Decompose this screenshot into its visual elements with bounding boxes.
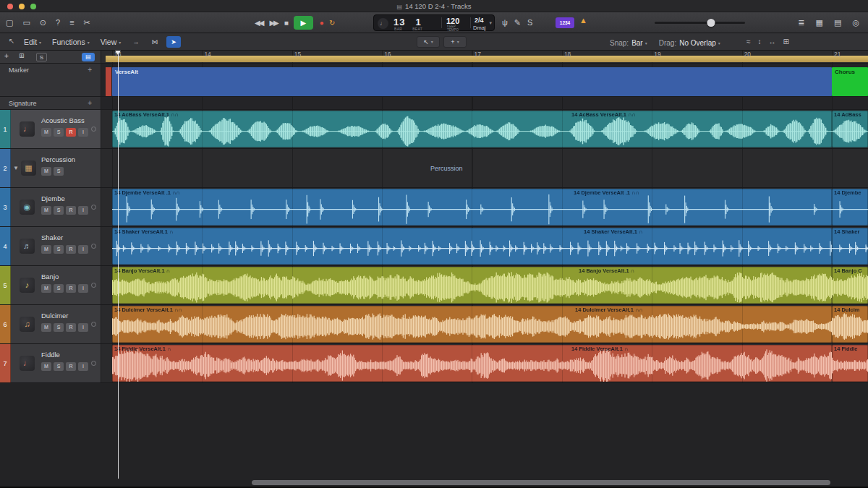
- audio-region[interactable]: 14 Shaker VerseAlt.1 ∩14 Shaker VerseAlt…: [112, 228, 832, 265]
- signature-track-header[interactable]: Signature +: [0, 97, 101, 110]
- record-button[interactable]: ●: [320, 19, 323, 27]
- nudge-icon[interactable]: →: [129, 36, 143, 48]
- inspector-icon[interactable]: ⊙: [40, 18, 46, 27]
- audio-region[interactable]: 14 Fiddle: [832, 345, 868, 382]
- add-signature-button[interactable]: +: [88, 99, 92, 107]
- marker-region[interactable]: VerseAlt: [112, 67, 832, 96]
- quick-help-icon[interactable]: ?: [56, 18, 60, 27]
- volume-slider[interactable]: [655, 12, 745, 33]
- scissors-icon[interactable]: ✂: [84, 18, 90, 27]
- input-monitor-button[interactable]: I: [78, 206, 88, 215]
- mixer-icon[interactable]: ≡: [69, 18, 74, 27]
- audio-region[interactable]: 14 AcBass: [832, 111, 868, 147]
- input-monitor-button[interactable]: I: [78, 245, 88, 254]
- edit-menu[interactable]: Edit▾: [24, 38, 41, 46]
- ruler[interactable]: 131415161718192021: [101, 51, 868, 64]
- track-header[interactable]: 4♬ShakerMSRI: [0, 227, 101, 265]
- input-monitor-button[interactable]: I: [78, 128, 88, 137]
- editors-icon[interactable]: ≣: [798, 18, 804, 27]
- audio-region[interactable]: 14 Fiddle VerseAlt.1 ∩14 Fiddle VerseAlt…: [112, 345, 832, 382]
- previous-marker-region[interactable]: [106, 67, 111, 96]
- cycle-band[interactable]: [106, 56, 868, 62]
- mute-button[interactable]: M: [41, 323, 51, 332]
- track-header[interactable]: 3◉DjembeMSRI: [0, 188, 101, 226]
- mute-button[interactable]: M: [41, 362, 51, 371]
- view-menu[interactable]: View▾: [101, 38, 122, 46]
- marker-lane[interactable]: VerseAltChorus: [101, 64, 868, 97]
- input-monitor-button[interactable]: I: [78, 284, 88, 293]
- global-solo-button[interactable]: S: [36, 53, 47, 61]
- pencil-icon[interactable]: ✎: [514, 18, 521, 27]
- metronome-button[interactable]: ▲: [579, 16, 587, 25]
- track-lane[interactable]: 14 Fiddle VerseAlt.1 ∩14 Fiddle VerseAlt…: [101, 344, 868, 382]
- loop-browser-icon[interactable]: ▦: [816, 18, 823, 27]
- stop-button[interactable]: ■: [284, 19, 287, 27]
- solo-button[interactable]: S: [54, 284, 64, 293]
- record-enable-button[interactable]: R: [66, 245, 76, 254]
- marker-region[interactable]: Chorus: [832, 67, 868, 96]
- record-enable-button[interactable]: R: [66, 284, 76, 293]
- record-enable-button[interactable]: R: [66, 128, 76, 137]
- global-tracks-button[interactable]: ▤: [82, 53, 95, 61]
- mute-button[interactable]: M: [41, 128, 51, 137]
- audio-region[interactable]: 14 Banjo VerseAlt.1 ∩14 Banjo VerseAlt.1…: [112, 267, 832, 304]
- track-lane[interactable]: Percussion: [101, 149, 868, 187]
- input-monitor-button[interactable]: I: [78, 362, 88, 371]
- track-header[interactable]: 7♩FiddleMSRI: [0, 344, 101, 382]
- forward-button[interactable]: ▶▶: [269, 19, 277, 27]
- command-click-tool-menu[interactable]: +▾: [443, 36, 467, 48]
- track-lane[interactable]: 14 Djembe VerseAlt .1 ∩∩14 Djembe VerseA…: [101, 188, 868, 226]
- solo-button[interactable]: S: [54, 362, 64, 371]
- record-enable-button[interactable]: R: [66, 323, 76, 332]
- lcd-chevron-icon[interactable]: ▾: [489, 20, 492, 26]
- catch-playhead-button[interactable]: ➤: [166, 36, 181, 48]
- solo-button[interactable]: S: [54, 206, 64, 215]
- audio-region[interactable]: 14 Banjo C: [832, 267, 868, 304]
- vertical-zoom-icon[interactable]: ↕: [758, 38, 762, 46]
- lcd-display[interactable]: ♩ 13 1 BAR BEAT 120 KEEP TEMPO 2/4 Dmaj …: [373, 14, 495, 31]
- horizontal-zoom-icon[interactable]: ↔: [769, 38, 776, 46]
- count-in-button[interactable]: 1234: [556, 17, 574, 28]
- track-header[interactable]: 6♫DulcimerMSRI: [0, 305, 101, 343]
- solo-button[interactable]: S: [54, 245, 64, 254]
- drag-select[interactable]: No Overlap▾: [679, 39, 720, 47]
- solo-button[interactable]: S: [54, 167, 64, 176]
- record-enable-button[interactable]: R: [66, 206, 76, 215]
- audio-region[interactable]: 14 Djembe: [832, 189, 868, 226]
- play-button[interactable]: ▶: [294, 16, 313, 30]
- toolbar-toggle-icon[interactable]: ▭: [22, 18, 30, 27]
- solo-button[interactable]: S: [54, 128, 64, 137]
- mute-button[interactable]: M: [41, 167, 51, 176]
- disclosure-triangle-icon[interactable]: ▼: [13, 165, 19, 171]
- track-header[interactable]: 2▼▦PercussionMS: [0, 149, 101, 187]
- track-lane[interactable]: 14 Dulcimer VerseAlt.1 ∩∩14 Dulcimer Ver…: [101, 305, 868, 343]
- cycle-button[interactable]: ↻: [329, 19, 333, 27]
- add-track-button[interactable]: +: [4, 52, 9, 60]
- tuner-icon[interactable]: ψ: [502, 18, 508, 27]
- track-lane[interactable]: 14 Shaker VerseAlt.1 ∩14 Shaker VerseAlt…: [101, 227, 868, 265]
- volume-slider-knob[interactable]: [707, 19, 715, 27]
- record-enable-button[interactable]: R: [66, 362, 76, 371]
- track-header[interactable]: 1♩Acoustic BassMSRI: [0, 110, 101, 148]
- track-lane[interactable]: 14 AcBass VerseAlt.1 ∩∩14 AcBass VerseAl…: [101, 110, 868, 148]
- master-solo-icon[interactable]: S: [527, 18, 532, 27]
- audio-region[interactable]: 14 Dulcimer VerseAlt.1 ∩∩14 Dulcimer Ver…: [112, 306, 832, 343]
- waveform-zoom-icon[interactable]: ≈: [746, 38, 751, 46]
- track-header[interactable]: 5♪BanjoMSRI: [0, 266, 101, 304]
- duplicate-track-button[interactable]: ⊞: [19, 52, 25, 59]
- playhead[interactable]: [118, 51, 119, 479]
- crossfade-icon[interactable]: ⋈: [148, 36, 162, 48]
- mute-button[interactable]: M: [41, 245, 51, 254]
- marker-track-header[interactable]: Marker +: [0, 64, 101, 97]
- add-marker-button[interactable]: +: [88, 66, 92, 74]
- audio-region[interactable]: 14 Shaker: [832, 228, 868, 265]
- snap-select[interactable]: Bar▾: [631, 39, 647, 47]
- empty-lane-area[interactable]: [0, 383, 868, 479]
- signature-lane[interactable]: [101, 97, 868, 110]
- track-lane[interactable]: 14 Banjo VerseAlt.1 ∩14 Banjo VerseAlt.1…: [101, 266, 868, 304]
- playhead-handle[interactable]: [115, 51, 121, 55]
- audio-region[interactable]: 14 Dulcim: [832, 306, 868, 343]
- mute-button[interactable]: M: [41, 284, 51, 293]
- solo-button[interactable]: S: [54, 323, 64, 332]
- mute-button[interactable]: M: [41, 206, 51, 215]
